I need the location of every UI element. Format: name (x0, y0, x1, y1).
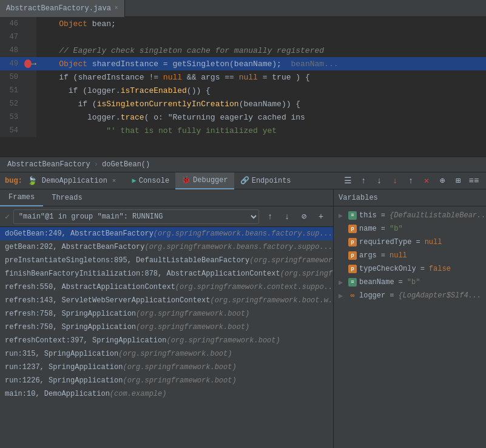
tab-console-label: Console (139, 177, 169, 185)
toolbar-layout-btn[interactable]: ⊞ (451, 174, 465, 188)
tab-endpoints[interactable]: 🔗 Endpoints (234, 172, 297, 189)
code-token: = true ) { (258, 73, 310, 82)
var-expand-icon[interactable]: ▶ (339, 291, 346, 300)
toolbar-step-out-btn[interactable]: ↓ (388, 174, 402, 188)
frame-item[interactable]: refreshContext:397, SpringApplication (o… (0, 334, 333, 347)
var-type-icon: p (348, 251, 357, 260)
frame-package: (org.springframework.boot.w... (210, 296, 333, 305)
thread-filter-btn[interactable]: ⊘ (297, 209, 311, 224)
variable-equals: = (381, 225, 385, 233)
tab-debugger[interactable]: 🐞 Debugger (175, 172, 234, 189)
variable-equals: = (390, 291, 394, 300)
variable-name: name (359, 225, 377, 233)
editor-tab[interactable]: AbstractBeanFactory.java × (0, 0, 125, 17)
line-gutter (24, 30, 36, 44)
variable-value: false (429, 265, 451, 273)
variable-item: ▶≡beanName = "b" (334, 276, 486, 289)
frames-panel: Frames Threads ✓ "main"@1 in group "main… (0, 189, 334, 448)
frame-item[interactable]: refresh:750, SpringApplication (org.spri… (0, 321, 333, 334)
frame-item[interactable]: preInstantiateSingletons:895, DefaultLis… (0, 254, 333, 267)
line-gutter (24, 124, 36, 137)
thread-up-btn[interactable]: ↑ (263, 209, 277, 224)
debug-tabs: ▶ Console 🐞 Debugger 🔗 Endpoints (126, 172, 297, 189)
frame-item[interactable]: refresh:550, AbstractApplicationContext … (0, 280, 333, 294)
breadcrumb-separator: › (94, 160, 98, 169)
frame-item[interactable]: finishBeanFactoryInitialization:878, Abs… (0, 267, 333, 280)
toolbar-stop-btn[interactable]: ✕ (419, 174, 434, 188)
frame-item[interactable]: run:315, SpringApplication (org.springfr… (0, 347, 333, 361)
debug-toolbar: ☰ ↑ ↓ ↓ ↑ ✕ ⊕ ⊞ ≡≡ (340, 174, 481, 188)
frames-list[interactable]: doGetBean:249, AbstractBeanFactory (org.… (0, 227, 333, 448)
variables-title: Variables (339, 194, 378, 202)
code-token: beanNam... (282, 59, 339, 69)
toolbar-menu-btn[interactable]: ☰ (340, 174, 355, 188)
frame-item[interactable]: getBean:202, AbstractBeanFactory (org.sp… (0, 240, 333, 254)
frame-package: (org.springframework.beans.factory... (249, 256, 333, 265)
frame-package: (org.springframework.boot) (118, 350, 232, 358)
frame-method: preInstantiateSingletons:895, DefaultLis… (5, 256, 249, 265)
frame-item[interactable]: refresh:758, SpringApplication (org.spri… (0, 307, 333, 321)
variable-item: prequiredType = null (334, 236, 486, 249)
variable-name: args (359, 251, 377, 260)
frame-item[interactable]: run:1226, SpringApplication (org.springf… (0, 374, 333, 387)
tab-threads[interactable]: Threads (43, 189, 90, 206)
toolbar-step-into-btn[interactable]: ↓ (372, 174, 386, 188)
toolbar-step-over-btn[interactable]: ↑ (356, 174, 371, 188)
debug-header: bug: 🍃 DemoApplication × ▶ Console 🐞 Deb… (0, 172, 486, 189)
line-content: Object bean; (36, 17, 486, 30)
code-token: if (sharedInstance != (40, 73, 163, 82)
line-number: 53 (0, 110, 24, 124)
variable-item: pname = "b" (334, 222, 486, 236)
frame-package: (org.springframework.context.suppo... (175, 283, 333, 291)
thread-down-btn[interactable]: ↓ (280, 209, 294, 224)
toolbar-add-btn[interactable]: ⊕ (435, 174, 450, 188)
tab-debugger-label: Debugger (193, 176, 228, 185)
code-token: if ( (40, 100, 97, 109)
app-tab-close[interactable]: × (112, 177, 116, 185)
thread-check-icon: ✓ (5, 212, 10, 222)
variable-item: pargs = null (334, 249, 486, 262)
code-token: ()) { (187, 86, 211, 95)
code-token: if (logger. (40, 86, 121, 95)
frame-method: main:10, DemoApplication (5, 390, 110, 398)
code-token: trace (121, 113, 144, 122)
var-type-icon: ≡ (348, 211, 357, 220)
line-content: logger.trace( o: "Returning eagerly cach… (36, 110, 486, 124)
code-line: 49→ Object sharedInstance = getSingleton… (0, 57, 486, 70)
code-token: Object (59, 59, 87, 69)
frame-item[interactable]: main:10, DemoApplication (com.example) (0, 387, 333, 401)
code-token: sharedInstance = getSingleton(beanName); (87, 59, 282, 69)
thread-dropdown[interactable]: "main"@1 in group "main": RUNNING (13, 209, 259, 224)
line-content (36, 30, 486, 44)
code-line: 48 // Eagerly check singleton cache for … (0, 44, 486, 57)
variables-list: ▶≡this = {DefaultListableBear...pname = … (334, 206, 486, 448)
toolbar-resume-btn[interactable]: ↑ (403, 174, 418, 188)
tab-frames[interactable]: Frames (0, 189, 43, 206)
var-type-icon: ≡ (348, 278, 357, 287)
variable-value: "b" (390, 225, 403, 233)
frame-package: (org.springframework.boot) (136, 310, 249, 318)
frame-package: (org.springframework.beans.factory.sup..… (154, 229, 332, 238)
code-line: 53 logger.trace( o: "Returning eagerly c… (0, 110, 486, 124)
var-expand-icon[interactable]: ▶ (339, 278, 346, 287)
tab-threads-label: Threads (52, 194, 82, 202)
variable-equals: = (399, 278, 403, 287)
code-token: null (239, 73, 258, 82)
frame-item[interactable]: refresh:143, ServletWebServerApplication… (0, 294, 333, 307)
frame-method: run:1237, SpringApplication (5, 363, 123, 372)
frame-item[interactable]: doGetBean:249, AbstractBeanFactory (org.… (0, 227, 333, 240)
code-token (40, 19, 59, 29)
thread-add-btn[interactable]: + (314, 209, 328, 224)
code-token: "' that is not fully initialized yet (40, 126, 277, 135)
frame-package: (org.springframework.boot) (166, 336, 280, 345)
tab-close-button[interactable]: × (115, 5, 118, 12)
breakpoint-icon (24, 59, 32, 68)
breadcrumb-method: doGetBean() (102, 160, 150, 169)
line-gutter (24, 70, 36, 84)
line-content: if (sharedInstance != null && args == nu… (36, 70, 486, 84)
tab-console[interactable]: ▶ Console (126, 172, 175, 189)
toolbar-settings-btn[interactable]: ≡≡ (467, 174, 481, 188)
var-expand-icon[interactable]: ▶ (339, 211, 346, 220)
line-number: 48 (0, 44, 24, 57)
frame-item[interactable]: run:1237, SpringApplication (org.springf… (0, 361, 333, 374)
